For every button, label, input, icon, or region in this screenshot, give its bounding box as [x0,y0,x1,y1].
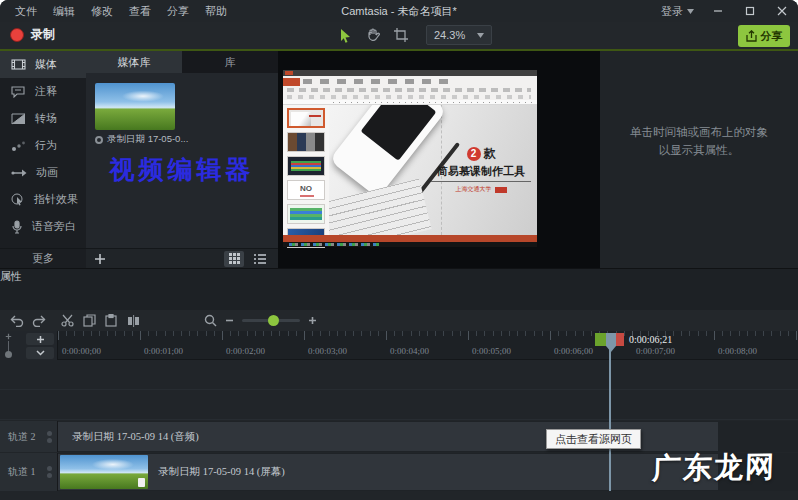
redo-icon [32,315,46,327]
playback-bar: 属性 [0,268,798,310]
toolbar: 录制 24.3% 分享 [0,22,798,51]
timeline-zoom-thumb[interactable] [268,315,279,326]
sidebar-item-voice-narration[interactable]: 语音旁白 [0,213,86,240]
redo-button[interactable] [28,312,50,330]
login-button[interactable]: 登录 [661,4,694,19]
crop-tool-button[interactable] [390,25,412,45]
empty-lane [0,390,798,420]
ppt-taskbar [283,242,537,247]
list-view-button[interactable] [250,251,270,267]
media-clip-thumbnail[interactable] [95,83,175,130]
maximize-button[interactable] [742,3,758,19]
pan-tool-button[interactable] [362,25,384,45]
playhead-out-handle[interactable] [616,333,624,346]
canvas-zoom-value: 24.3% [434,29,465,41]
ppt-statusbar [283,235,537,242]
collapse-tracks-button[interactable] [26,347,54,359]
copy-button[interactable] [78,312,100,330]
timeline-toolbar [0,310,798,331]
share-button[interactable]: 分享 [738,25,790,47]
slide-subtitle: 上海交通大学 [456,185,492,194]
canvas-zoom-dropdown[interactable]: 24.3% [426,25,492,45]
menu-item[interactable]: 修改 [84,4,120,19]
playhead-head[interactable] [606,333,616,346]
annotation-icon [11,85,26,98]
close-button[interactable] [774,3,790,19]
hand-icon [366,28,380,43]
menu-bar: 文件编辑修改查看分享帮助 [0,4,234,19]
animation-icon [11,168,27,178]
ruler-label: 0:00:02;00 [226,346,308,356]
notebook-image [329,178,432,235]
sidebar-item-media[interactable]: 媒体 [0,51,86,78]
titlebar: 文件编辑修改查看分享帮助 Camtasia - 未命名项目* 登录 [0,0,798,22]
track-lock-icon[interactable] [47,438,52,443]
playhead-line [609,347,611,491]
slide-text-block: 2 款 简易慕课制作工具 上海交通大学 [431,145,531,194]
minimize-button[interactable] [710,3,726,19]
timeline-zoom-out-button[interactable] [225,316,234,325]
track-2-header: 轨道 2 [0,421,58,452]
track-visibility-icon[interactable] [47,466,52,471]
recording-thumbnail-image [60,455,148,489]
media-icon [11,58,26,71]
cursor-arrow-icon [339,28,352,43]
menu-item[interactable]: 帮助 [198,4,234,19]
ruler-label: 0:00:01;00 [144,346,226,356]
grid-view-button[interactable] [224,251,244,267]
copy-icon [83,314,96,327]
ruler-label: 0:00:04;00 [390,346,472,356]
canvas[interactable]: NO 2 款 简易慕课制作工具 上海交通大学 [278,51,600,268]
sidebar-item-animations[interactable]: 动画 [0,159,86,186]
timeline-zoom-in-button[interactable] [308,316,317,325]
undo-icon [10,315,24,327]
playhead-in-handle[interactable] [595,333,606,346]
properties-hint: 单击时间轴或画布上的对象以显示其属性。 [626,123,772,160]
recording-thumbnail-image [95,83,175,130]
add-track-button[interactable] [26,333,54,345]
paste-button[interactable] [100,312,122,330]
track-1-header: 轨道 1 [0,453,58,491]
paste-icon [105,314,117,327]
screen-clip[interactable]: 录制日期 17-05-09 14 (屏幕) [58,454,718,490]
share-upload-icon [746,30,757,42]
track-visibility-icon[interactable] [47,431,52,436]
track-lock-icon[interactable] [47,473,52,478]
ppt-app-icon [285,71,293,75]
ppt-slide-thumb-5 [287,204,325,224]
sidebar-item-transitions[interactable]: 转场 [0,105,86,132]
timeline-zoom-slider[interactable] [242,319,300,322]
sidebar: 媒体 注释 转场 行为 动画 指针效果 [0,51,86,268]
cursor-tool-button[interactable] [334,25,356,45]
ppt-slide-thumb-4: NO [287,180,325,200]
minimize-icon [713,6,723,16]
record-button[interactable]: 录制 [10,26,55,43]
maximize-icon [745,6,755,16]
sidebar-item-behaviors[interactable]: 行为 [0,132,86,159]
split-button[interactable] [122,312,144,330]
menu-item[interactable]: 编辑 [46,4,82,19]
cut-button[interactable] [56,312,78,330]
add-media-button[interactable] [94,253,106,265]
plus-icon [94,253,106,265]
menu-item[interactable]: 查看 [122,4,158,19]
sidebar-item-cursor-effects[interactable]: 指针效果 [0,186,86,213]
menu-item[interactable]: 文件 [8,4,44,19]
ppt-file-tab [283,78,300,86]
tab-media-library[interactable]: 媒体库 [86,51,182,73]
track-height-control[interactable] [4,333,14,358]
ruler-label: 0:00:05;00 [472,346,554,356]
slide-badge: 2 [467,147,481,161]
phone-image [329,105,447,198]
undo-button[interactable] [6,312,28,330]
caret-down-icon [477,33,484,38]
tab-library[interactable]: 库 [182,51,278,73]
sidebar-more-button[interactable]: 更多 [0,248,86,268]
playhead[interactable]: 0:00:06;21 [595,333,715,353]
sidebar-item-annotations[interactable]: 注释 [0,78,86,105]
menu-item[interactable]: 分享 [160,4,196,19]
ppt-slide-thumb-2 [287,132,325,152]
ruler-label: 0:00:03;00 [308,346,390,356]
ppt-ribbon-tabs [303,79,453,84]
ruler-label: 0:00:00;00 [62,346,144,356]
